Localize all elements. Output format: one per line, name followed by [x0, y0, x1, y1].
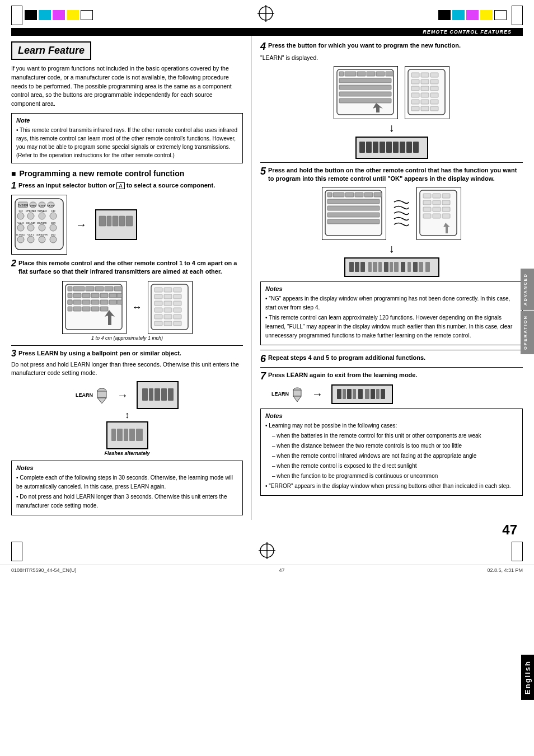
svg-rect-143	[355, 192, 363, 197]
svg-rect-84	[154, 321, 162, 326]
svg-rect-38	[113, 216, 118, 226]
step-2-heading: 2 Place this remote control and the othe…	[11, 259, 243, 276]
svg-rect-88	[97, 391, 106, 398]
intro-text: If you want to program functions not inc…	[11, 64, 243, 109]
svg-rect-64	[73, 307, 81, 311]
step-3-desc: Do not press and hold LEARN longer than …	[11, 360, 243, 378]
arrow-4-down: ↓	[389, 121, 395, 134]
svg-rect-67	[100, 307, 108, 311]
subsection-title: Programming a new remote control functio…	[19, 169, 184, 178]
display-5	[344, 257, 439, 277]
svg-rect-99	[136, 429, 143, 441]
svg-text:V.AUX: V.AUX	[17, 222, 24, 224]
learn-pen: LEARN	[76, 387, 109, 403]
svg-rect-69	[154, 288, 162, 292]
svg-rect-127	[411, 106, 419, 111]
svg-rect-170	[390, 262, 393, 272]
svg-rect-184	[358, 389, 363, 399]
svg-rect-126	[430, 100, 438, 104]
svg-rect-97	[124, 429, 128, 441]
note-step3-item-1: Complete each of the following steps in …	[16, 473, 238, 491]
black-block	[25, 10, 37, 20]
svg-point-35	[50, 236, 57, 243]
note-box-step5: Notes "NG" appears in the display window…	[260, 281, 523, 345]
step-5-heading: 5 Press and hold the button on the other…	[260, 166, 523, 184]
two-remotes-row: ↔	[62, 281, 193, 334]
svg-rect-57	[73, 300, 81, 304]
svg-rect-161	[433, 214, 441, 218]
yellow-block-r	[480, 10, 493, 20]
note-title-1: Note	[16, 117, 238, 124]
svg-rect-120	[430, 86, 438, 91]
remote-step4-right	[405, 66, 449, 119]
svg-point-33	[27, 236, 34, 243]
svg-text:CD: CD	[18, 209, 23, 213]
svg-rect-136	[400, 142, 405, 153]
svg-rect-63	[68, 307, 72, 311]
svg-point-16	[17, 213, 24, 219]
svg-rect-132	[373, 142, 378, 153]
svg-rect-157	[423, 207, 431, 212]
step-5-text: Press and hold the button on the other r…	[268, 166, 523, 184]
step-7-block: 7 Press LEARN again to exit from the lea…	[260, 367, 523, 496]
right-column: 4 Press the button for which you want to…	[252, 36, 523, 520]
svg-rect-133	[380, 142, 385, 153]
footer: 0108HTR5590_44-54_EN(U) 47 02.8.5, 4:31 …	[0, 565, 534, 575]
svg-point-32	[17, 236, 24, 243]
crosshair-top	[257, 5, 274, 26]
section-header-bar: REMOTE CONTROL FEATURES	[11, 28, 523, 36]
svg-rect-135	[393, 142, 399, 153]
magenta-block	[53, 10, 65, 20]
step-7-diagram: LEARN →	[271, 384, 523, 404]
step-6-block: 6 Repeat steps 4 and 5 to program additi…	[260, 350, 523, 364]
svg-rect-108	[339, 85, 391, 90]
svg-rect-175	[419, 262, 423, 272]
note-list-step7: Learning may not be possibe in the follo…	[265, 421, 518, 491]
svg-rect-158	[433, 207, 441, 212]
ir-signal	[393, 196, 410, 230]
svg-rect-145	[374, 192, 382, 197]
svg-rect-85	[164, 321, 172, 326]
top-left-marks	[11, 6, 93, 25]
svg-rect-65	[82, 307, 90, 311]
arrow-1: →	[76, 218, 87, 231]
svg-rect-95	[111, 429, 116, 441]
svg-rect-130	[359, 142, 365, 153]
svg-rect-134	[386, 142, 392, 153]
note-title-step7: Notes	[265, 412, 518, 419]
svg-rect-113	[421, 73, 429, 77]
svg-rect-90	[142, 388, 148, 401]
svg-rect-176	[425, 262, 430, 272]
step-5-diagram: ↓	[260, 187, 523, 277]
step-3-num: 3	[11, 349, 16, 358]
remote-diagram-1: SYS/EM DIMR SLEEP EA-INP CD PHONO TUNER …	[11, 195, 67, 255]
note-step7-item-6: "ERROR" appears in the display window wh…	[265, 482, 518, 491]
step-5-row	[322, 187, 461, 240]
svg-rect-124	[411, 100, 419, 104]
svg-rect-186	[371, 389, 375, 399]
svg-rect-73	[164, 294, 172, 299]
svg-rect-131	[366, 142, 372, 153]
svg-rect-72	[154, 294, 162, 299]
svg-rect-140	[327, 192, 332, 197]
svg-rect-174	[413, 262, 418, 272]
svg-rect-183	[353, 389, 356, 399]
section-label: REMOTE CONTROL FEATURES	[423, 29, 512, 35]
svg-rect-164	[355, 262, 359, 272]
svg-point-25	[27, 224, 34, 231]
display-3a	[137, 381, 179, 409]
step-4-text: Press the button for which you want to p…	[268, 41, 461, 50]
svg-rect-114	[430, 73, 438, 77]
svg-point-19	[50, 213, 57, 219]
svg-rect-155	[433, 200, 441, 205]
svg-rect-77	[174, 301, 181, 306]
svg-rect-125	[421, 100, 429, 104]
svg-rect-91	[149, 388, 153, 401]
svg-rect-86	[174, 321, 181, 326]
note-title-step3: Notes	[16, 464, 238, 471]
svg-rect-144	[364, 192, 373, 197]
svg-rect-102	[345, 72, 356, 76]
svg-rect-165	[360, 262, 365, 272]
svg-rect-112	[411, 73, 419, 77]
svg-rect-141	[333, 192, 344, 197]
